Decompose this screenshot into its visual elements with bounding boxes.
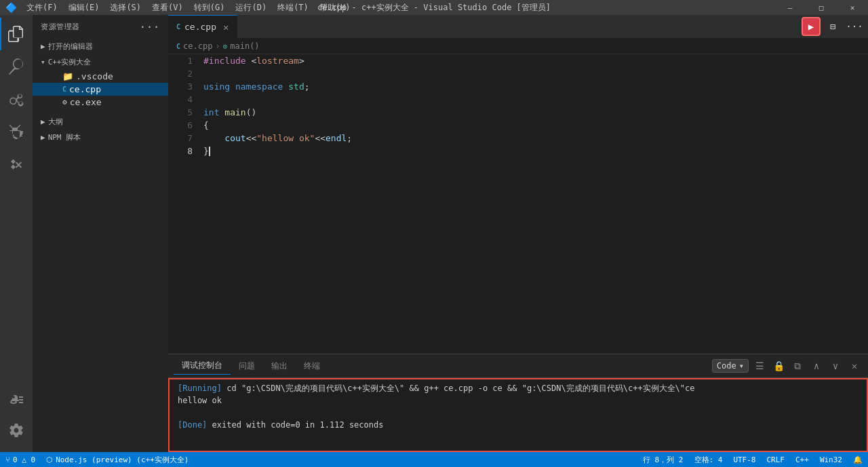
cpp-breadcrumb-icon: C <box>176 43 180 50</box>
status-encoding-label: UTF-8 <box>733 455 755 464</box>
minimize-button[interactable]: — <box>774 0 806 15</box>
chevron-right-icon: ▶ <box>41 42 45 51</box>
activity-icon-source-control[interactable] <box>0 83 33 115</box>
sidebar-title: 资源管理器 <box>41 22 80 32</box>
sidebar-section-open-editors[interactable]: ▶ 打开的编辑器 <box>33 39 168 54</box>
sidebar: 资源管理器 ··· ▶ 打开的编辑器 ▾ C++实例大全 📁 .vscode C… <box>33 15 168 452</box>
sidebar-item-vscode-label: .vscode <box>76 71 113 81</box>
term-line-1: [Running] cd "g:\CSDN\完成的项目代码\c++实例大全\" … <box>178 382 859 394</box>
panel-tab-terminal[interactable]: 终端 <box>296 358 328 375</box>
status-errors[interactable]: ⑂ 0 △ 0 <box>0 452 41 467</box>
tab-cpp-icon: C <box>176 23 180 31</box>
menu-goto[interactable]: 转到(G) <box>189 1 231 15</box>
breadcrumb-icon-fn: ⊙ <box>223 42 228 51</box>
sidebar-section-npm[interactable]: ▶ NPM 脚本 <box>33 130 168 145</box>
status-notifications[interactable]: 🔔 <box>848 452 868 467</box>
status-spaces-label: 空格: 4 <box>694 455 723 465</box>
panel-tab-debug[interactable]: 调试控制台 <box>174 357 231 375</box>
breadcrumb-file[interactable]: ce.cpp <box>183 41 212 51</box>
split-editor-button[interactable]: ⊟ <box>823 17 842 36</box>
code-editor[interactable]: 1 2 3 4 5 6 7 8 #include <lostream> usin… <box>168 54 860 354</box>
sidebar-item-ce-cpp[interactable]: C ce.cpp <box>33 83 168 96</box>
panel-lock-button[interactable]: 🔒 <box>770 358 787 374</box>
status-eol-label: CRLF <box>767 455 785 464</box>
tab-label: ce.cpp <box>184 22 216 32</box>
folder-icon: 📁 <box>62 71 73 81</box>
line-num-1: 1 <box>176 54 193 67</box>
activity-icon-explorer[interactable] <box>0 18 33 50</box>
line-num-2: 2 <box>176 67 193 80</box>
sidebar-section-open-editors-label: 打开的编辑器 <box>48 41 93 52</box>
code-content[interactable]: #include <lostream> using namespace std;… <box>201 54 860 354</box>
panel-scroll-down-button[interactable]: ∨ <box>827 358 844 374</box>
panel-scroll-up-button[interactable]: ∧ <box>808 358 825 374</box>
panel: 调试控制台 问题 输出 终端 Code ▾ ☰ 🔒 ⧉ ∧ ∨ ✕ <box>168 354 868 452</box>
menu-view[interactable]: 查看(V) <box>146 1 189 15</box>
more-actions-button[interactable]: ··· <box>845 17 864 36</box>
statusbar-right: 行 8，列 2 空格: 4 UTF-8 CRLF C++ Win32 🔔 <box>637 452 868 467</box>
term-line-3: [Done] exited with code=0 in 1.112 secon… <box>178 419 859 431</box>
status-nodejs[interactable]: ⬡ Node.js (preview) (c++实例大全) <box>41 452 194 467</box>
chevron-down-icon-panel: ▾ <box>739 361 744 371</box>
sidebar-item-ce-cpp-label: ce.cpp <box>69 84 101 94</box>
activity-icon-settings[interactable] <box>0 414 33 447</box>
line-num-4: 4 <box>176 93 193 106</box>
status-position[interactable]: 行 8，列 2 <box>637 452 689 467</box>
menu-terminal[interactable]: 终端(T) <box>272 1 314 15</box>
status-errors-label: 0 △ 0 <box>13 455 35 464</box>
terminal-content[interactable]: [Running] cd "g:\CSDN\完成的项目代码\c++实例大全\" … <box>168 378 868 452</box>
status-encoding[interactable]: UTF-8 <box>728 452 761 467</box>
sidebar-section-outline[interactable]: ▶ 大纲 <box>33 114 168 130</box>
code-line-2 <box>201 67 860 80</box>
breadcrumb-function[interactable]: main() <box>230 41 259 51</box>
status-eol[interactable]: CRLF <box>762 452 791 467</box>
menu-run[interactable]: 运行(D) <box>230 1 272 15</box>
status-language-label: C++ <box>795 455 809 464</box>
panel-tab-output[interactable]: 输出 <box>263 358 296 375</box>
tab-bar: C ce.cpp ✕ <box>168 15 797 39</box>
sidebar-item-vscode[interactable]: 📁 .vscode <box>33 70 168 83</box>
chevron-right-icon-2: ▶ <box>41 117 45 126</box>
statusbar: ⑂ 0 △ 0 ⬡ Node.js (preview) (c++实例大全) 行 … <box>0 452 868 467</box>
status-spaces[interactable]: 空格: 4 <box>689 452 728 467</box>
titlebar-controls: — □ ✕ <box>774 0 868 15</box>
tab-ce-cpp[interactable]: C ce.cpp ✕ <box>168 15 237 38</box>
status-language[interactable]: C++ <box>790 452 814 467</box>
term-line-2: hellow ok <box>178 394 859 407</box>
line-num-3: 3 <box>176 80 193 93</box>
activity-bar-bottom <box>0 381 33 452</box>
titlebar-title: ce.cpp - c++实例大全 - Visual Studio Code [管… <box>317 2 551 14</box>
panel-filter-button[interactable]: ☰ <box>751 358 768 374</box>
status-nodejs-label: Node.js (preview) (c++实例大全) <box>56 455 189 465</box>
activity-icon-account[interactable] <box>0 381 33 414</box>
code-line-5: int main() <box>201 106 860 119</box>
status-platform[interactable]: Win32 <box>814 452 848 467</box>
cpp-file-icon: C <box>62 86 66 93</box>
chevron-down-icon: ▾ <box>41 58 45 67</box>
more-icon: ··· <box>846 21 863 32</box>
panel-dropdown[interactable]: Code ▾ <box>712 359 749 373</box>
menu-select[interactable]: 选择(S) <box>104 1 146 15</box>
close-button[interactable]: ✕ <box>837 0 868 15</box>
menu-edit[interactable]: 编辑(E) <box>63 1 105 15</box>
menu-file[interactable]: 文件(F) <box>21 1 63 15</box>
activity-icon-debug[interactable] <box>0 115 33 148</box>
sidebar-item-ce-exe[interactable]: ⚙ ce.exe <box>33 96 168 109</box>
panel-actions: Code ▾ ☰ 🔒 ⧉ ∧ ∨ ✕ <box>712 358 863 374</box>
panel-tab-problems[interactable]: 问题 <box>231 358 263 375</box>
sidebar-more-button[interactable]: ··· <box>140 20 160 33</box>
split-icon: ⊟ <box>830 21 835 32</box>
panel-close-button[interactable]: ✕ <box>846 358 863 374</box>
activity-icon-extensions[interactable] <box>0 148 33 181</box>
activity-icon-search[interactable] <box>0 50 33 83</box>
maximize-button[interactable]: □ <box>806 0 837 15</box>
breadcrumb: C ce.cpp › ⊙ main() <box>168 39 868 54</box>
tab-close-button[interactable]: ✕ <box>223 22 229 33</box>
term-line-blank <box>178 407 859 419</box>
run-button[interactable]: ▶ <box>802 17 821 36</box>
sidebar-section-project[interactable]: ▾ C++实例大全 <box>33 54 168 70</box>
panel-copy-button[interactable]: ⧉ <box>789 358 806 374</box>
code-line-6: { <box>201 119 860 132</box>
bell-icon: 🔔 <box>853 455 863 464</box>
nodejs-icon: ⬡ <box>46 455 53 464</box>
